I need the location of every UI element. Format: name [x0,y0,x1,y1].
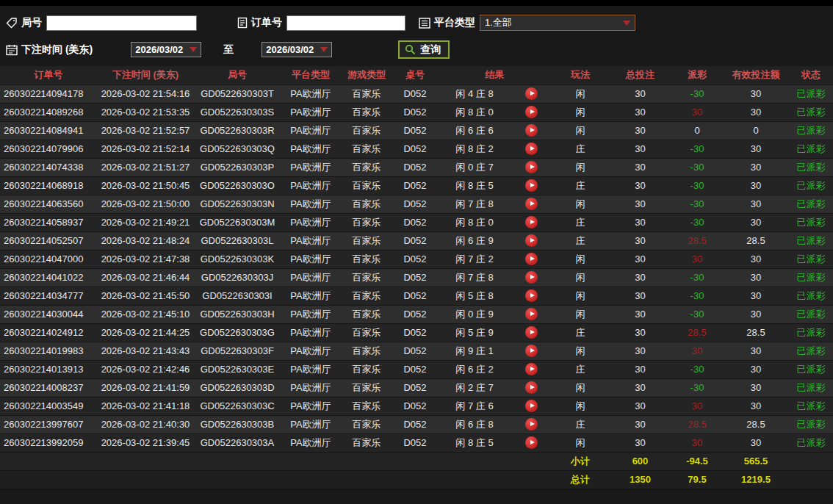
search-button-label: 查询 [420,43,441,57]
cell-play: 闲 [552,287,609,305]
subtotal-total-bet: 600 [609,452,671,470]
cell-table-no: D052 [392,378,438,397]
play-video-icon[interactable] [525,234,538,247]
cell-payout: 30 [671,433,723,452]
cell-play: 庄 [552,231,609,250]
cell-total-bet: 30 [609,415,671,433]
table-row: 2603022140689182026-03-02 21:50:45GD0522… [0,176,833,195]
cell-status: 已派彩 [789,378,833,397]
table-row: 2603022140410222026-03-02 21:46:44GD0522… [0,268,833,287]
cell-bet-time: 2026-03-02 21:53:35 [97,103,194,121]
cell-result: 闲 6 庄 6 [438,121,511,140]
play-video-cell [511,158,552,176]
play-video-cell [511,213,552,231]
search-button[interactable]: 查询 [398,40,450,59]
subtotal-status-spacer [789,452,833,470]
round-number-input[interactable] [46,15,197,31]
cell-bet-time: 2026-03-02 21:51:27 [97,158,194,176]
cell-platform: PA欧洲厅 [281,231,341,250]
cell-status: 已派彩 [789,121,833,140]
cell-valid-bet: 30 [723,213,789,231]
order-number-label: 订单号 [251,16,282,29]
play-video-icon[interactable] [525,216,538,228]
play-video-icon[interactable] [525,271,538,284]
table-row: 2603022140635602026-03-02 21:50:00GD0522… [0,195,833,213]
col-bet-time: 下注时间 (美东) [97,66,194,84]
play-video-cell [511,103,552,121]
table-row: 2603022140139132026-03-02 21:42:46GD0522… [0,360,833,378]
cell-round-no: GD0522630303K [194,250,281,268]
cell-status: 已派彩 [789,84,833,103]
cell-payout: -30 [671,158,723,176]
cell-total-bet: 30 [609,103,671,121]
play-video-icon[interactable] [525,253,538,265]
play-video-cell [511,378,552,397]
platform-type-select[interactable]: 1.全部 [480,15,635,31]
cell-payout: 0 [671,121,723,140]
cell-play: 闲 [552,195,609,213]
cell-result: 闲 8 庄 5 [438,433,511,452]
cell-bet-time: 2026-03-02 21:45:10 [97,305,194,323]
cell-platform: PA欧洲厅 [281,140,341,158]
cell-result: 闲 7 庄 6 [438,397,511,415]
play-video-icon[interactable] [525,143,538,155]
cell-valid-bet: 28.5 [723,231,789,250]
order-number-input[interactable] [286,15,405,31]
cell-total-bet: 30 [609,195,671,213]
cell-bet-time: 2026-03-02 21:46:44 [97,268,194,287]
play-video-icon[interactable] [525,363,538,375]
play-video-icon[interactable] [525,418,538,431]
cell-status: 已派彩 [789,287,833,305]
cell-order-no: 260302214047000 [0,250,97,268]
play-video-icon[interactable] [525,124,538,137]
cell-game: 百家乐 [341,250,392,268]
cell-round-no: GD0522630303C [194,397,281,415]
col-status: 状态 [789,66,833,84]
cell-platform: PA欧洲厅 [281,176,341,195]
cell-valid-bet: 30 [723,397,789,415]
play-video-icon[interactable] [525,106,538,118]
cell-game: 百家乐 [341,84,392,103]
cell-bet-time: 2026-03-02 21:49:21 [97,213,194,231]
cell-bet-time: 2026-03-02 21:39:45 [97,433,194,452]
date-from-picker[interactable]: 2026/03/02 [131,42,201,57]
table-row: 2603022139920592026-03-02 21:39:45GD0522… [0,433,833,452]
filter-bar: 局号 订单号 平台类型 1.全部 下注时间 (美东) [0,6,833,66]
cell-bet-time: 2026-03-02 21:42:46 [97,360,194,378]
cell-order-no: 260302214030044 [0,305,97,323]
play-video-icon[interactable] [525,87,538,100]
play-video-cell [511,140,552,158]
cell-valid-bet: 30 [723,84,789,103]
document-icon [237,17,248,29]
play-video-icon[interactable] [525,161,538,173]
cell-game: 百家乐 [341,360,392,378]
cell-play: 闲 [552,378,609,397]
play-video-icon[interactable] [525,198,538,210]
table-row: 2603022140743382026-03-02 21:51:27GD0522… [0,158,833,176]
cell-valid-bet: 30 [723,250,789,268]
cell-game: 百家乐 [341,213,392,231]
play-video-icon[interactable] [525,381,538,394]
play-video-icon[interactable] [525,289,538,302]
cell-bet-time: 2026-03-02 21:44:25 [97,323,194,342]
cell-play: 闲 [552,250,609,268]
cell-total-bet: 30 [609,397,671,415]
play-video-icon[interactable] [525,400,538,412]
cell-play: 庄 [552,176,609,195]
cell-payout: -30 [671,195,723,213]
table-body: 2603022140941782026-03-02 21:54:16GD0522… [0,84,833,452]
play-video-cell [511,287,552,305]
cell-round-no: GD0522630303T [194,84,281,103]
cell-payout: -30 [671,360,723,378]
cell-round-no: GD0522630303B [194,415,281,433]
cell-round-no: GD0522630303H [194,305,281,323]
cell-order-no: 260302214063560 [0,195,97,213]
play-video-icon[interactable] [525,326,538,339]
chevron-down-icon [190,47,197,52]
play-video-icon[interactable] [525,436,538,449]
play-video-icon[interactable] [525,179,538,192]
play-video-icon[interactable] [525,345,538,357]
cell-platform: PA欧洲厅 [281,268,341,287]
play-video-icon[interactable] [525,308,538,320]
date-to-picker[interactable]: 2026/03/02 [262,42,332,57]
